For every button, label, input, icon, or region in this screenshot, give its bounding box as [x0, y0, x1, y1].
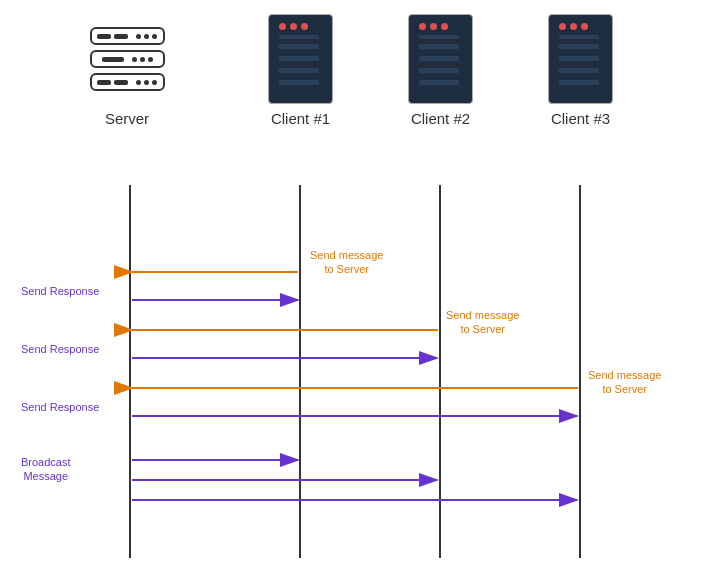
client1-icon	[268, 14, 333, 104]
server-label: Server	[105, 110, 149, 127]
actor-client2: Client #2	[408, 14, 473, 127]
client3-label: Client #3	[551, 110, 610, 127]
client1-label: Client #1	[271, 110, 330, 127]
resp3-label: Send Response	[21, 400, 99, 414]
server-icon	[82, 14, 172, 104]
actor-client1: Client #1	[268, 14, 333, 127]
actor-client3: Client #3	[548, 14, 613, 127]
diagram-container: Server Client #1	[0, 0, 703, 568]
msg2-label: Send messageto Server	[446, 308, 519, 337]
actor-server: Server	[82, 14, 172, 127]
client3-icon	[548, 14, 613, 104]
msg3-label: Send messageto Server	[588, 368, 661, 397]
resp2-label: Send Response	[21, 342, 99, 356]
resp1-label: Send Response	[21, 284, 99, 298]
broadcast-label: BroadcastMessage	[21, 455, 71, 484]
client2-label: Client #2	[411, 110, 470, 127]
client2-icon	[408, 14, 473, 104]
msg1-label: Send messageto Server	[310, 248, 383, 277]
